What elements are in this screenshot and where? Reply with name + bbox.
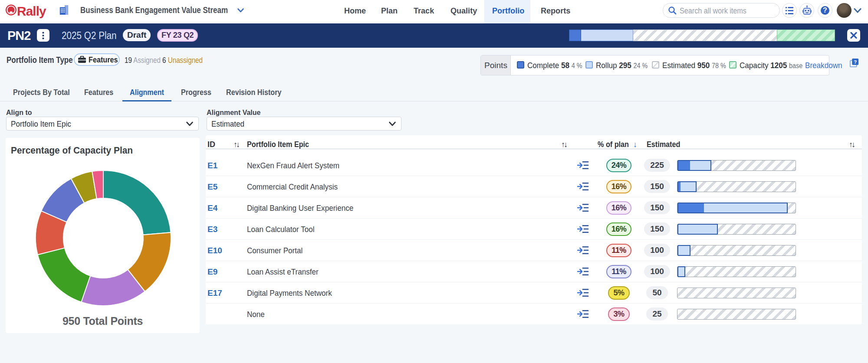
svg-text:Rally: Rally bbox=[17, 4, 46, 18]
svg-text:?: ? bbox=[854, 59, 857, 65]
